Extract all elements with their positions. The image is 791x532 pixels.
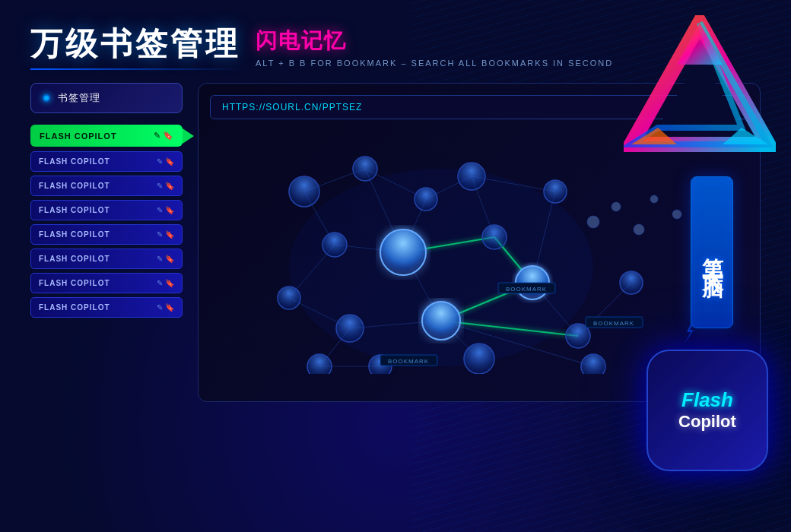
flash-copilot-active[interactable]: FLASH COPILOT ✎ 🔖 (30, 125, 183, 147)
panel-area: 书签管理 FLASH COPILOT ✎ 🔖 FLASH COPILOT ✎ 🔖… (30, 83, 761, 402)
svg-text:BOOKMARK: BOOKMARK (593, 320, 634, 327)
svg-text:BOOKMARK: BOOKMARK (506, 286, 547, 293)
fc-item-label-4: FLASH COPILOT (39, 230, 110, 239)
left-sidebar: 书签管理 FLASH COPILOT ✎ 🔖 FLASH COPILOT ✎ 🔖… (30, 83, 183, 402)
flash-copilot-item-1[interactable]: FLASH COPILOT ✎ 🔖 (30, 151, 183, 172)
fc-item-icons-6: ✎ 🔖 (157, 279, 174, 287)
display-panel: HTTPS://SOURL.CN/PPTSEZ (198, 83, 761, 402)
svg-point-47 (581, 354, 605, 374)
fc-active-label: FLASH COPILOT (40, 131, 117, 141)
header-divider (30, 68, 243, 70)
title-chinese: 万级书签管理 (30, 23, 240, 65)
svg-point-46 (464, 344, 494, 374)
subtitle: ALT + B B FOR BOOKMARK – SEARCH ALL BOOK… (256, 59, 613, 68)
svg-point-39 (544, 180, 567, 203)
svg-point-36 (458, 163, 485, 190)
bookmark-btn-label: 书签管理 (58, 91, 100, 105)
flash-copilot-item-4[interactable]: FLASH COPILOT ✎ 🔖 (30, 224, 183, 245)
svg-point-55 (672, 210, 681, 219)
fc-item-label-1: FLASH COPILOT (39, 157, 110, 166)
svg-point-34 (353, 157, 377, 181)
fc-item-icons-5: ✎ 🔖 (157, 255, 174, 263)
fc-item-icons-3: ✎ 🔖 (157, 206, 174, 214)
svg-point-41 (336, 315, 364, 342)
flash-copilot-item-6[interactable]: FLASH COPILOT ✎ 🔖 (30, 273, 183, 293)
fc-item-label-6: FLASH COPILOT (39, 279, 110, 287)
svg-point-51 (587, 216, 599, 228)
fc-active-icons: ✎ 🔖 (154, 131, 173, 141)
header: 万级书签管理 闪电记忆 ALT + B B FOR BOOKMARK – SEA… (30, 23, 761, 68)
svg-point-43 (620, 271, 643, 294)
svg-point-44 (307, 354, 332, 374)
svg-point-40 (278, 287, 300, 309)
svg-point-37 (322, 233, 347, 257)
svg-point-38 (482, 225, 507, 249)
svg-point-35 (415, 188, 437, 211)
fc-item-icons-1: ✎ 🔖 (157, 157, 174, 166)
fc-item-icons-7: ✎ 🔖 (157, 303, 174, 312)
fc-item-label-2: FLASH COPILOT (39, 182, 110, 190)
bookmark-dot (43, 94, 50, 102)
svg-text:BOOKMARK: BOOKMARK (388, 358, 429, 365)
flash-copilot-item-3[interactable]: FLASH COPILOT ✎ 🔖 (30, 200, 183, 220)
brain-text: 第二大脑 (691, 176, 733, 328)
fc-item-label-7: FLASH COPILOT (39, 303, 110, 312)
arrow-pointer (183, 128, 194, 144)
fc-item-icons-4: ✎ 🔖 (157, 230, 174, 239)
fc-item-icons-2: ✎ 🔖 (157, 182, 174, 190)
svg-point-48 (380, 230, 426, 275)
svg-point-50 (422, 302, 460, 340)
bookmark-manager-button[interactable]: 书签管理 (30, 83, 183, 113)
network-area: BOOKMARK BOOKMARK BOOKMARK BOOKMARK BOOK… (210, 131, 748, 374)
svg-point-54 (650, 195, 658, 203)
flash-copilot-item-5[interactable]: FLASH COPILOT ✎ 🔖 (30, 249, 183, 269)
flash-copilot-item-2[interactable]: FLASH COPILOT ✎ 🔖 (30, 176, 183, 196)
url-bar[interactable]: HTTPS://SOURL.CN/PPTSEZ (210, 95, 748, 119)
svg-point-53 (634, 224, 644, 235)
svg-point-52 (612, 202, 621, 211)
main-content: 万级书签管理 闪电记忆 ALT + B B FOR BOOKMARK – SEA… (0, 0, 791, 532)
network-svg: BOOKMARK BOOKMARK BOOKMARK BOOKMARK BOOK… (210, 131, 748, 374)
fc-item-label-5: FLASH COPILOT (39, 255, 110, 263)
fc-item-label-3: FLASH COPILOT (39, 206, 110, 214)
svg-point-33 (289, 176, 319, 207)
title-right: 闪电记忆 ALT + B B FOR BOOKMARK – SEARCH ALL… (256, 23, 613, 68)
flash-copilot-item-7[interactable]: FLASH COPILOT ✎ 🔖 (30, 297, 183, 318)
title-flash: 闪电记忆 (256, 27, 613, 55)
